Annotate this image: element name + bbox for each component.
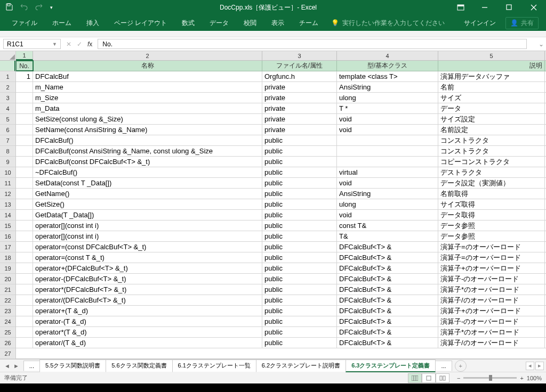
cell[interactable]: SetSize(const ulong &_Size): [33, 114, 262, 124]
cell[interactable]: [16, 103, 33, 113]
cell[interactable]: operator/(T &_d): [33, 338, 262, 348]
cell[interactable]: [16, 157, 33, 167]
cell[interactable]: 演算子-のオーバーロード: [438, 316, 545, 326]
cell[interactable]: 名前設定: [438, 125, 545, 135]
hscroll-right-icon[interactable]: ▸: [535, 362, 544, 370]
cell[interactable]: operator/(DFCalcBuf<T> &_t): [33, 295, 262, 305]
cell[interactable]: DFCalcBuf<T> &: [337, 338, 438, 348]
cell[interactable]: operator-(T &_d): [33, 316, 262, 326]
row-header[interactable]: 2: [0, 82, 15, 93]
cell[interactable]: void: [337, 178, 438, 188]
cell[interactable]: public: [262, 327, 337, 337]
cell[interactable]: 演算用データバッファ: [438, 71, 545, 81]
cell[interactable]: DFCalcBuf<T> &: [337, 316, 438, 326]
cell[interactable]: operator[](const int i): [33, 231, 262, 241]
cell[interactable]: サイズ: [438, 93, 545, 103]
cell[interactable]: SetName(const AnsiString &_Name): [33, 125, 262, 135]
hscroll-left-icon[interactable]: ◂: [526, 362, 534, 370]
row-header[interactable]: 17: [0, 242, 15, 252]
tab-team[interactable]: チーム: [292, 15, 326, 31]
cell[interactable]: template <class T>: [337, 71, 438, 81]
cell[interactable]: [16, 189, 33, 199]
cell-header-no[interactable]: No.: [16, 61, 33, 71]
signin-link[interactable]: サインイン: [464, 19, 496, 28]
close-button[interactable]: [521, 0, 546, 15]
cell[interactable]: T *: [337, 103, 438, 113]
sheet-tab-overflow-right[interactable]: ...: [435, 361, 452, 371]
view-pagebreak-icon[interactable]: [436, 373, 449, 383]
ribbon-display-icon[interactable]: [451, 4, 470, 11]
cell[interactable]: デストラクタ: [438, 167, 545, 177]
cell[interactable]: [16, 295, 33, 305]
cell[interactable]: DFCalcBuf<T> &: [337, 274, 438, 284]
cell-header-desc[interactable]: 説明: [438, 61, 545, 71]
cell[interactable]: [16, 274, 33, 284]
cell[interactable]: [16, 210, 33, 220]
cell[interactable]: public: [262, 199, 337, 209]
enter-formula-icon[interactable]: ✓: [77, 40, 82, 48]
cell[interactable]: データ: [438, 103, 545, 113]
cell[interactable]: [16, 316, 33, 326]
cell[interactable]: DFCalcBuf(): [33, 135, 262, 145]
cell-header-file[interactable]: ファイル名/属性: [262, 61, 337, 71]
row-header[interactable]: 25: [0, 327, 15, 338]
cancel-formula-icon[interactable]: ✕: [66, 40, 71, 48]
row-header[interactable]: 18: [0, 252, 15, 263]
formula-input[interactable]: No.: [98, 39, 527, 49]
select-all[interactable]: [0, 51, 15, 61]
cell[interactable]: [337, 135, 438, 145]
maximize-button[interactable]: [497, 0, 521, 15]
cell[interactable]: [16, 82, 33, 92]
cell[interactable]: [16, 252, 33, 263]
cell[interactable]: サイズ設定: [438, 114, 545, 124]
cell[interactable]: public: [262, 178, 337, 188]
tab-formulas[interactable]: 数式: [174, 15, 202, 31]
cell[interactable]: public: [262, 167, 337, 177]
cell[interactable]: コンストラクタ: [438, 146, 545, 156]
cell[interactable]: 演算子*のオーバーロード: [438, 284, 545, 295]
qat-dropdown-icon[interactable]: ▾: [50, 5, 53, 10]
save-icon[interactable]: [5, 3, 13, 12]
fx-icon[interactable]: fx: [87, 40, 92, 48]
cell[interactable]: DFCalcBuf<T> &: [337, 252, 438, 263]
row-header[interactable]: 20: [0, 274, 15, 284]
cell[interactable]: [16, 242, 33, 252]
cell[interactable]: private: [262, 82, 337, 92]
column-header[interactable]: 2: [33, 51, 262, 60]
undo-icon[interactable]: [20, 4, 28, 12]
cell[interactable]: const T&: [337, 220, 438, 231]
cell[interactable]: private: [262, 93, 337, 103]
row-header[interactable]: 5: [0, 114, 15, 125]
cell[interactable]: [337, 157, 438, 167]
cell[interactable]: 演算子-のオーバーロード: [438, 274, 545, 284]
row-header[interactable]: 26: [0, 338, 15, 348]
cell[interactable]: 名前取得: [438, 189, 545, 199]
cell[interactable]: [16, 199, 33, 209]
cell[interactable]: DFCalcBuf: [33, 71, 262, 81]
row-header[interactable]: 14: [0, 210, 15, 220]
cell[interactable]: GetSize(): [33, 199, 262, 209]
row-header[interactable]: 8: [0, 146, 15, 157]
cell[interactable]: [16, 306, 33, 316]
row-header[interactable]: 12: [0, 189, 15, 199]
sheet-tab[interactable]: 6.1クラステンプレート一覧: [172, 360, 256, 372]
chevron-down-icon[interactable]: ▼: [52, 42, 57, 47]
cell[interactable]: [16, 125, 33, 135]
minimize-button[interactable]: [472, 0, 497, 15]
cell[interactable]: AnsiString: [337, 82, 438, 92]
cell[interactable]: m_Data: [33, 103, 262, 113]
cell[interactable]: virtual: [337, 167, 438, 177]
cell[interactable]: public: [262, 295, 337, 305]
cell[interactable]: public: [262, 338, 337, 348]
cell[interactable]: DFCalcBuf<T> &: [337, 242, 438, 252]
cell[interactable]: [16, 338, 33, 348]
cell[interactable]: コピーコンストラクタ: [438, 157, 545, 167]
cell[interactable]: 演算子/のオーバーロード: [438, 295, 545, 305]
cell[interactable]: public: [262, 231, 337, 241]
column-header[interactable]: 1: [16, 51, 33, 60]
cell[interactable]: DFCalcBuf(const AnsiString &_Name, const…: [33, 146, 262, 156]
row-header[interactable]: 11: [0, 178, 15, 189]
row-header[interactable]: 3: [0, 93, 15, 103]
cell[interactable]: ulong: [337, 93, 438, 103]
cell[interactable]: コンストラクタ: [438, 135, 545, 145]
